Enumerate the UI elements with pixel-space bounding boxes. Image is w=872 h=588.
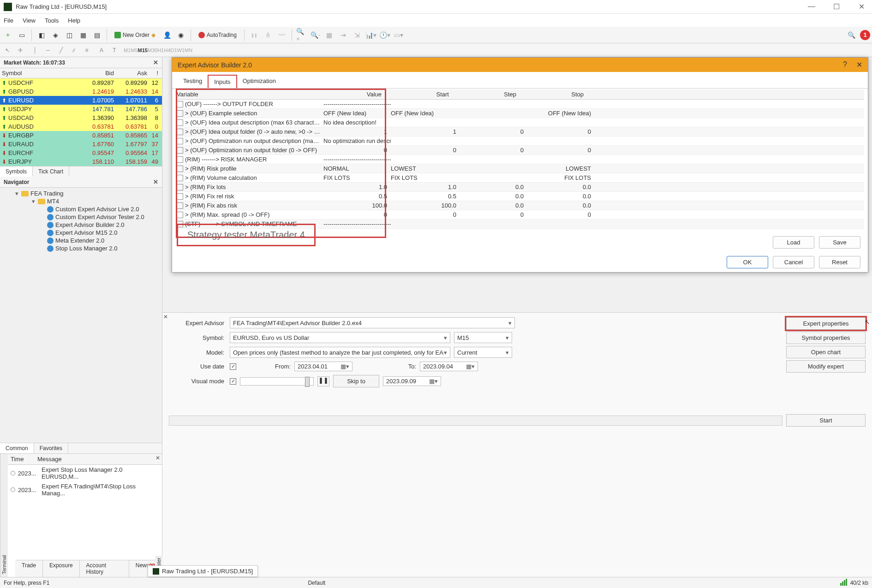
symbol-row[interactable]: ⬆EURUSD1.070051.070116	[0, 96, 162, 105]
timeframe-W1[interactable]: W1	[177, 48, 185, 53]
tab-account-history[interactable]: Account History	[80, 560, 129, 577]
save-button[interactable]: Save	[819, 236, 860, 249]
tile-icon[interactable]: ▦	[323, 29, 335, 41]
timeframe-D1[interactable]: D1	[171, 48, 177, 53]
checkbox[interactable]	[177, 166, 183, 172]
log-row[interactable]: 2023...Expert FEA Trading\MT4\Stop Loss …	[8, 481, 162, 498]
checkbox[interactable]	[177, 184, 183, 190]
close-icon[interactable]: ✕	[153, 59, 158, 66]
templates-icon[interactable]: ▭▾	[393, 29, 405, 41]
metaquotes-icon[interactable]: 👤	[161, 29, 173, 41]
cursor-icon[interactable]: ↖	[2, 45, 13, 56]
dialog-titlebar[interactable]: Expert Advisor Builder 2.0 ? ✕	[172, 58, 868, 72]
menu-view[interactable]: View	[23, 17, 36, 24]
timeframe-M15[interactable]: M15	[138, 48, 148, 53]
tester-icon[interactable]: ▤	[91, 29, 103, 41]
log-row[interactable]: 2023...Expert Stop Loss Manager 2.0 EURU…	[8, 465, 162, 481]
symbol-properties-button[interactable]: Symbol properties	[786, 332, 866, 344]
timeframe-M1[interactable]: M1	[124, 48, 131, 53]
speed-slider[interactable]	[240, 377, 314, 386]
tab-exposure[interactable]: Exposure	[43, 560, 80, 577]
channel-icon[interactable]: ⫽	[68, 45, 79, 56]
tree-item[interactable]: Meta Extender 2.0	[1, 237, 161, 244]
tree-item[interactable]: ▾MT4	[1, 197, 161, 205]
vline-icon[interactable]: │	[30, 45, 41, 56]
checkbox[interactable]	[177, 193, 183, 200]
timeframe-H4[interactable]: H4	[164, 48, 170, 53]
crosshair-icon[interactable]: ✛	[15, 45, 26, 56]
tree-item[interactable]: ▾FEA Trading	[1, 190, 161, 197]
open-chart-button[interactable]: Open chart	[786, 346, 866, 358]
symbol-row[interactable]: ⬆USDJPY147.781147.7865	[0, 105, 162, 113]
input-row[interactable]: (OUF) -------> OUTPUT FOLDER------------…	[176, 100, 864, 109]
checkbox[interactable]	[177, 101, 183, 107]
visual-mode-checkbox[interactable]: ✓	[230, 378, 236, 385]
input-row[interactable]: > (OUF) Example selectionOFF (New Idea)O…	[176, 109, 864, 118]
checkbox[interactable]	[177, 156, 183, 163]
symbol-row[interactable]: ⬆USDCAD1.363901.363988	[0, 113, 162, 122]
bar-chart-icon[interactable]: ⫾⫾	[248, 29, 260, 41]
tab-optimization[interactable]: Optimization	[237, 75, 281, 88]
checkbox[interactable]	[177, 147, 183, 154]
symbol-row[interactable]: ⬆GBPUSD1.246191.2463314	[0, 87, 162, 96]
timeframe-H1[interactable]: H1	[157, 48, 164, 53]
tree-item[interactable]: Custom Expert Advisor Live 2.0	[1, 205, 161, 213]
close-icon[interactable]: ✕	[155, 455, 160, 461]
model-select[interactable]: Open prices only (fastest method to anal…	[230, 347, 450, 358]
market-watch-icon[interactable]: ◧	[36, 29, 48, 41]
symbol-row[interactable]: ⬆AUDUSD0.637810.637810	[0, 122, 162, 131]
input-row[interactable]: > (RIM) Risk profileNORMALLOWESTLOWEST	[176, 164, 864, 173]
to-date[interactable]: 2023.09.04▦▾	[420, 362, 478, 371]
menu-tools[interactable]: Tools	[45, 17, 59, 24]
expert-properties-button[interactable]: Expert properties	[786, 317, 866, 330]
profiles-icon[interactable]: ▭	[16, 29, 28, 41]
pause-button[interactable]: ❚❚	[317, 376, 329, 386]
tab-common[interactable]: Common	[0, 443, 34, 453]
tab-testing[interactable]: Testing	[178, 75, 208, 88]
input-row[interactable]: > (OUF) Optimization run output descript…	[176, 137, 864, 146]
tab-inputs[interactable]: Inputs	[208, 75, 237, 88]
tab-tick-chart[interactable]: Tick Chart	[33, 166, 69, 177]
zoom-in-icon[interactable]: 🔍+	[296, 29, 308, 41]
data-window-icon[interactable]: ◈	[49, 29, 61, 41]
input-row[interactable]: > (OUF) Idea output folder (0 -> auto ne…	[176, 127, 864, 137]
new-order-button[interactable]: New Order◆	[111, 29, 159, 42]
signals-icon[interactable]: ◉	[175, 29, 187, 41]
from-date[interactable]: 2023.04.01▦▾	[294, 362, 352, 371]
shift-icon[interactable]: ⇥	[337, 29, 349, 41]
checkbox[interactable]	[177, 138, 183, 144]
input-row[interactable]: > (RIM) Fix abs risk100.0100.00.00.0	[176, 201, 864, 210]
period-select[interactable]: M15▾	[454, 332, 512, 343]
checkbox[interactable]	[177, 110, 183, 117]
minimize-button[interactable]: —	[805, 2, 818, 11]
label-icon[interactable]: T	[109, 45, 120, 56]
timeframe-M30[interactable]: M30	[148, 48, 157, 53]
checkbox[interactable]	[177, 212, 183, 218]
symbol-select[interactable]: EURUSD, Euro vs US Dollar▾	[230, 332, 450, 343]
hline-icon[interactable]: ─	[42, 45, 54, 56]
autoscroll-icon[interactable]: ⇲	[351, 29, 363, 41]
input-row[interactable]: > (RIM) Fix lots1.01.00.00.0	[176, 183, 864, 192]
use-date-checkbox[interactable]: ✓	[230, 363, 236, 370]
help-icon[interactable]: ?	[843, 60, 847, 69]
tree-item[interactable]: Stop Loss Manager 2.0	[1, 244, 161, 252]
trendline-icon[interactable]: ╱	[55, 45, 66, 56]
symbol-row[interactable]: ⬇EURCHF0.955470.9556417	[0, 148, 162, 157]
ok-button[interactable]: OK	[727, 256, 768, 268]
checkbox[interactable]	[177, 202, 183, 209]
close-button[interactable]: ✕	[854, 2, 868, 11]
search-icon[interactable]: 🔍	[845, 29, 857, 41]
maximize-button[interactable]: ☐	[830, 2, 843, 11]
input-row[interactable]: > (OUF) Idea output description (max 63 …	[176, 118, 864, 127]
input-row[interactable]: (RIM) -------> RISK MANAGER-------------…	[176, 155, 864, 164]
tab-trade[interactable]: Trade	[15, 560, 43, 577]
zoom-out-icon[interactable]: 🔍-	[310, 29, 322, 41]
tab-symbols[interactable]: Symbols	[0, 166, 33, 177]
periods-icon[interactable]: 🕐▾	[379, 29, 391, 41]
symbol-row[interactable]: ⬇EURJPY158.110158.15949	[0, 157, 162, 166]
cancel-button[interactable]: Cancel	[773, 256, 814, 268]
tab-favorites[interactable]: Favorites	[34, 443, 68, 453]
terminal-icon[interactable]: ▦	[77, 29, 89, 41]
spread-select[interactable]: Current▾	[454, 347, 512, 358]
ea-select[interactable]: FEA Trading\MT4\Expert Advisor Builder 2…	[230, 317, 515, 328]
